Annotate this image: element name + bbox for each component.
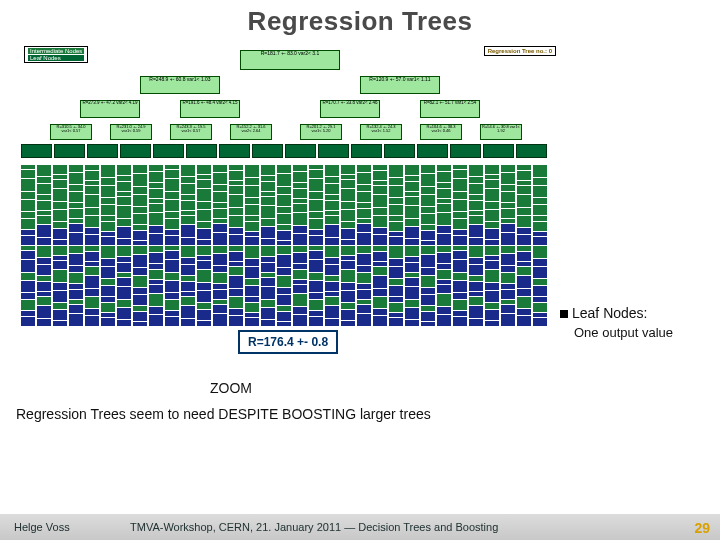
- tree-node: R=120.9 +- 57.0 var1< 1.11: [360, 76, 440, 94]
- leaf-node: [450, 144, 481, 158]
- tree-node: R=82.1 +- 51.7 var1< 2.54: [420, 100, 480, 118]
- leaf-node: [87, 144, 118, 158]
- leaf-row: [20, 144, 560, 160]
- tree-node: R=248.9 +- 60.8 var1< 1.03: [140, 76, 220, 94]
- tree-node: R=152.2 +- 31.6 var2< 2.64: [230, 124, 272, 140]
- bullet-title: Leaf Nodes:: [572, 305, 648, 321]
- leaf-node: [351, 144, 382, 158]
- tree-figure: Intermediate Nodes Leaf Nodes Regression…: [20, 44, 560, 374]
- leaf-node: [417, 144, 448, 158]
- slide-title: Regression Trees: [0, 0, 720, 37]
- leaf-node: [318, 144, 349, 158]
- footer-mid: TMVA-Workshop, CERN, 21. January 2011 ― …: [120, 521, 720, 533]
- leaf-node: [384, 144, 415, 158]
- leaf-node: [516, 144, 547, 158]
- leaf-node: [483, 144, 514, 158]
- tree-node: R=54.6 +- 30.8 var1< 1.92: [480, 124, 522, 140]
- leaf-node: [186, 144, 217, 158]
- tree-node: R=170.7 +- 33.8 var2< 2.46: [320, 100, 380, 118]
- tree-node: R=231.0 +- 24.9 var1< 0.59: [110, 124, 152, 140]
- zoom-value-box: R=176.4 +- 0.8: [238, 330, 338, 354]
- body-text: Regression Trees seem to need DESPITE BO…: [16, 406, 431, 422]
- leaf-nodes-bullet: Leaf Nodes: One output value: [560, 305, 710, 340]
- tree-node: R=201.2 +- 29.1 var1< 5.20: [300, 124, 342, 140]
- leaf-node: [21, 144, 52, 158]
- bullet-sub: One output value: [574, 325, 710, 340]
- bullet-icon: [560, 310, 568, 318]
- tree-node: R=191.6 +- 48.4 var2< 4.15: [180, 100, 240, 118]
- leaf-node: [285, 144, 316, 158]
- leaf-node: [252, 144, 283, 158]
- tree-root: R=181.7 +- 83.0 var2< 3.1: [240, 50, 340, 70]
- zoom-label: ZOOM: [210, 380, 252, 396]
- leaf-node: [54, 144, 85, 158]
- page-number: 29: [694, 520, 710, 536]
- leaf-node: [120, 144, 151, 158]
- tree-node: R=132.4 +- 24.3 var1< 1.52: [360, 124, 402, 140]
- leaf-node: [219, 144, 250, 158]
- leaf-node: [153, 144, 184, 158]
- regression-tree: R=181.7 +- 83.0 var2< 3.1 R=248.9 +- 60.…: [20, 44, 560, 374]
- tree-node: R=243.3 +- 19.5 var1< 0.57: [170, 124, 212, 140]
- tree-node: R=104.6 +- 38.3 var1< 0.46: [420, 124, 462, 140]
- tree-node: R=310.5 +- 34.0 var1< 0.57: [50, 124, 92, 140]
- footer-bar: Helge Voss TMVA-Workshop, CERN, 21. Janu…: [0, 514, 720, 540]
- tree-node: R=273.9 +- 47.2 var2< 4.19: [80, 100, 140, 118]
- footer-author: Helge Voss: [0, 521, 120, 533]
